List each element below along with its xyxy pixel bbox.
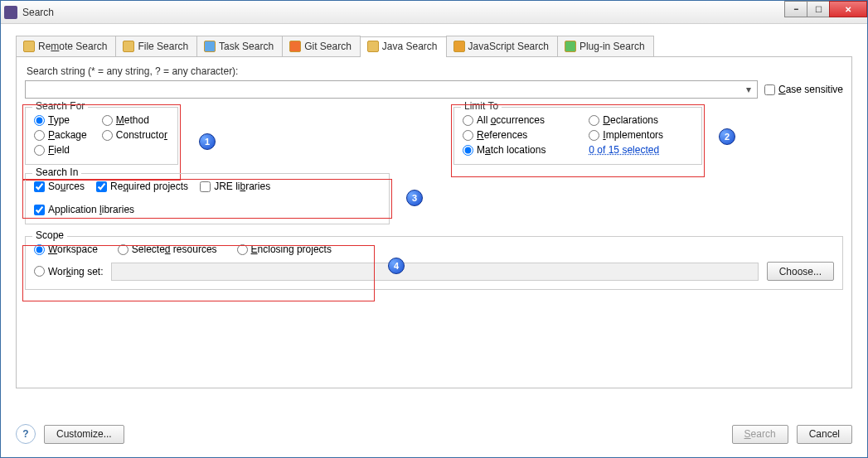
check-required-projects[interactable]: Required projects <box>96 181 188 192</box>
window-buttons <box>785 1 867 17</box>
search-hint: Search string (* = any string, ? = any c… <box>27 65 843 77</box>
minimize-button[interactable] <box>784 1 807 17</box>
java-icon <box>367 41 379 52</box>
limit-to-legend: Limit To <box>461 100 502 112</box>
remote-icon <box>23 41 35 52</box>
radio-constructor[interactable]: Constructor <box>102 129 169 141</box>
plugin-icon <box>565 41 576 52</box>
search-tabs: Remote Search File Search Task Search Gi… <box>16 36 852 57</box>
match-locations-link[interactable]: 0 of 15 selected <box>589 144 693 156</box>
choose-button[interactable]: Choose... <box>767 262 834 281</box>
dialog-footer: ? Customize... Search Cancel <box>16 424 852 444</box>
tab-remote-search[interactable]: Remote Search <box>16 36 116 56</box>
dropdown-arrow-icon[interactable]: ▾ <box>742 83 755 96</box>
working-set-input[interactable] <box>111 263 758 281</box>
radio-enclosing-projects[interactable]: Enclosing projects <box>237 243 332 255</box>
search-dialog: Search Remote Search File Search Task Se… <box>0 0 868 458</box>
tab-java-search[interactable]: Java Search <box>360 36 447 57</box>
tab-plugin-search[interactable]: Plug-in Search <box>557 36 654 56</box>
annotation-badge-3: 3 <box>406 190 423 206</box>
check-sources[interactable]: Sources <box>34 181 85 192</box>
check-application-libraries[interactable]: Application libraries <box>34 204 134 215</box>
radio-type[interactable]: Type <box>34 114 89 126</box>
customize-button[interactable]: Customize... <box>44 425 124 444</box>
tab-task-search[interactable]: Task Search <box>196 36 283 56</box>
tab-file-search[interactable]: File Search <box>115 36 197 56</box>
maximize-button[interactable] <box>807 1 830 17</box>
radio-selected-resources[interactable]: Selected resources <box>118 243 217 255</box>
radio-references[interactable]: References <box>463 129 575 141</box>
window-title: Search <box>22 7 54 18</box>
titlebar: Search <box>1 1 867 24</box>
search-for-group: Search For Type Method Package Construct… <box>25 107 178 165</box>
radio-working-set[interactable]: Working set: <box>34 266 103 277</box>
radio-field[interactable]: Field <box>34 144 89 156</box>
dialog-body: Remote Search File Search Task Search Gi… <box>1 24 867 457</box>
scope-group: Scope Workspace Selected resources Enclo… <box>25 236 843 290</box>
radio-all-occurrences[interactable]: All occurrences <box>463 114 575 126</box>
limit-to-group: Limit To All occurrences Declarations Re… <box>453 107 702 165</box>
help-icon[interactable]: ? <box>16 424 36 444</box>
search-in-group: Search In Sources Required projects JRE … <box>25 173 390 224</box>
radio-match-locations[interactable]: Match locations <box>463 144 575 156</box>
tab-javascript-search[interactable]: JavaScript Search <box>446 36 558 56</box>
file-icon <box>123 41 134 52</box>
annotation-badge-2: 2 <box>719 128 735 145</box>
radio-workspace[interactable]: Workspace <box>34 243 98 255</box>
scope-legend: Scope <box>32 229 67 241</box>
radio-implementors[interactable]: Implementors <box>589 129 693 141</box>
check-jre-libraries[interactable]: JRE libraries <box>200 181 270 192</box>
git-icon <box>289 41 301 52</box>
search-string-input[interactable]: ▾ <box>25 80 758 99</box>
eclipse-icon <box>4 6 17 19</box>
java-search-panel: Search string (* = any string, ? = any c… <box>16 57 852 388</box>
radio-package[interactable]: Package <box>34 129 89 141</box>
javascript-icon <box>453 41 465 52</box>
tab-git-search[interactable]: Git Search <box>282 36 361 56</box>
search-for-legend: Search For <box>32 100 88 112</box>
search-in-legend: Search In <box>32 166 81 178</box>
case-sensitive-checkbox[interactable]: Case sensitive <box>764 84 843 95</box>
radio-declarations[interactable]: Declarations <box>589 114 693 126</box>
search-button[interactable]: Search <box>732 425 788 444</box>
radio-method[interactable]: Method <box>102 114 169 126</box>
task-icon <box>204 41 216 52</box>
close-button[interactable] <box>829 1 867 17</box>
cancel-button[interactable]: Cancel <box>797 425 852 444</box>
